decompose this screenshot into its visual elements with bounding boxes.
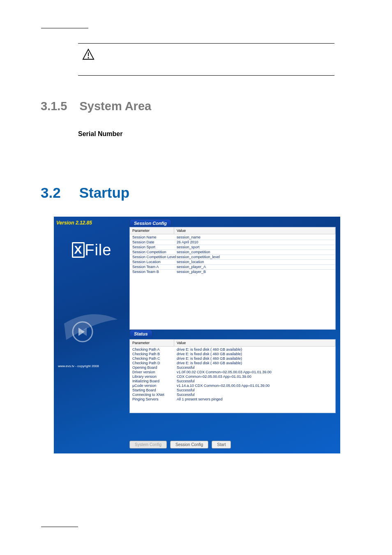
cell-parameter: Session Team A [132, 265, 177, 269]
copyright: www.evs.tv - copyright 2008 [58, 364, 99, 368]
status-table-body: Checking Path Adrive E: is fixed disk ( … [130, 347, 335, 402]
col-parameter: Parameter [130, 340, 174, 346]
logo-text: File [85, 241, 111, 259]
table-row[interactable]: Session Team Bsession_player_B [130, 270, 335, 274]
cell-parameter: Library version [132, 375, 177, 379]
table-row: Checking Path Bdrive E: is fixed disk ( … [130, 352, 335, 356]
serial-number-heading: Serial Number [78, 130, 122, 138]
table-row: Driver versionv1.0F.00.02 CDX Common=02.… [130, 370, 335, 375]
status-tab[interactable]: Status [129, 330, 152, 338]
heading-title: System Area [80, 99, 152, 113]
right-pane: Session Config Parameter Value Session N… [129, 217, 340, 453]
col-value: Value [174, 227, 335, 234]
table-row: Starting BoardSuccessful [130, 388, 335, 393]
table-row: Connecting to XNetSuccessful [130, 393, 335, 397]
table-row: µCode versionv1.14.a.10 CDX Common=02.05… [130, 384, 335, 388]
cell-value: drive E: is fixed disk ( 460 GB availabl… [177, 361, 333, 365]
cell-value: session_sport [177, 245, 333, 250]
start-button[interactable]: Start [212, 441, 231, 449]
table-row[interactable]: Session Namesession_name [130, 235, 335, 240]
table-row: Checking Path Ddrive E: is fixed disk ( … [130, 361, 335, 365]
cell-parameter: µCode version [132, 384, 177, 388]
cell-value: drive E: is fixed disk ( 460 GB availabl… [177, 356, 333, 361]
heading-number: 3.2 [41, 185, 61, 201]
cell-parameter: Session Sport [132, 245, 177, 250]
cell-parameter: Session Location [132, 260, 177, 264]
table-row: Checking Path Adrive E: is fixed disk ( … [130, 347, 335, 352]
app-window: Version 2.12.85 XFile www.evs.tv - copyr… [54, 217, 340, 453]
cell-value: 26 April 2010 [177, 240, 333, 245]
table-row: Library versionCDX Common=02.05.00.03 Ap… [130, 375, 335, 379]
table-row[interactable]: Session Date26 April 2010 [130, 240, 335, 245]
table-row: Initializing BoardSuccessful [130, 379, 335, 384]
cell-value: v1.0F.00.02 CDX Common=02.05.00.03 App=0… [177, 370, 333, 375]
cell-value: CDX Common=02.05.00.03 App=01.01.39.00 [177, 375, 333, 379]
cell-value: Successful [177, 365, 333, 370]
session-table-header: Parameter Value [130, 227, 335, 234]
session-config-panel: Parameter Value Session Namesession_name… [129, 227, 336, 330]
cell-parameter: Checking Path A [132, 347, 177, 352]
cell-parameter: Pinging Servers [132, 397, 177, 402]
heading-number: 3.1.5 [41, 99, 67, 113]
cell-value: session_competition [177, 250, 333, 254]
table-row[interactable]: Session Team Asession_player_A [130, 265, 335, 270]
cell-parameter: Driver version [132, 370, 177, 375]
header-rule-2 [78, 75, 334, 76]
cell-parameter: Session Team B [132, 270, 177, 274]
table-row: Checking Path Cdrive E: is fixed disk ( … [130, 356, 335, 361]
cell-value: All 1 present servers pinged [177, 397, 333, 402]
cell-value: drive E: is fixed disk ( 460 GB availabl… [177, 347, 333, 352]
cell-value: session_location [177, 260, 333, 264]
logo-x-icon: X [72, 242, 85, 258]
heading-title: Startup [79, 185, 130, 201]
cell-parameter: Session Name [132, 235, 177, 240]
cell-parameter: Session Competition [132, 250, 177, 254]
session-table-body: Session Namesession_nameSession Date26 A… [130, 234, 335, 275]
cell-parameter: Checking Path D [132, 361, 177, 365]
cell-value: session_competition_level [177, 255, 333, 259]
system-area-heading: 3.1.5 System Area [41, 99, 151, 113]
cell-parameter: Session Date [132, 240, 177, 245]
cell-parameter: Starting Board [132, 388, 177, 393]
warning-icon [82, 49, 95, 61]
table-row[interactable]: Session Competitionsession_competition [130, 250, 335, 255]
status-table-header: Parameter Value [130, 340, 335, 347]
col-parameter: Parameter [130, 227, 174, 234]
cell-value: session_player_B [177, 270, 333, 274]
button-row: System Config Session Config Start [129, 441, 231, 449]
cell-value: session_player_A [177, 265, 333, 269]
cell-parameter: Initializing Board [132, 379, 177, 384]
table-row[interactable]: Session Sportsession_sport [130, 245, 335, 250]
version-label: Version 2.12.85 [54, 217, 129, 229]
cell-parameter: Checking Path B [132, 352, 177, 356]
footer-rule [41, 527, 78, 527]
cell-parameter: Opening Board [132, 365, 177, 370]
cell-value: v1.14.a.10 CDX Common=02.05.00.03 App=01… [177, 384, 333, 388]
session-config-button[interactable]: Session Config [170, 441, 208, 449]
cell-value: drive E: is fixed disk ( 460 GB availabl… [177, 352, 333, 356]
cell-parameter: Session Competition Level [132, 255, 177, 259]
system-config-button[interactable]: System Config [129, 441, 167, 449]
cell-value: Successful [177, 379, 333, 384]
arrows-icon [70, 319, 95, 344]
cell-parameter: Connecting to XNet [132, 393, 177, 397]
cell-value: Successful [177, 388, 333, 393]
left-pane: Version 2.12.85 XFile www.evs.tv - copyr… [54, 217, 129, 453]
col-value: Value [174, 340, 335, 346]
cell-value: session_name [177, 235, 333, 240]
cell-value: Successful [177, 393, 333, 397]
header-rule-short [41, 28, 88, 28]
session-config-tab[interactable]: Session Config [129, 219, 171, 227]
table-row[interactable]: Session Locationsession_location [130, 260, 335, 265]
logo-area: XFile [54, 241, 129, 344]
cell-parameter: Checking Path C [132, 356, 177, 361]
table-row: Pinging ServersAll 1 present servers pin… [130, 397, 335, 402]
startup-heading: 3.2 Startup [41, 185, 129, 201]
product-logo: XFile [54, 241, 129, 259]
page: 3.1.5 System Area Serial Number 3.2 Star… [0, 0, 392, 555]
table-row[interactable]: Session Competition Levelsession_competi… [130, 255, 335, 260]
status-panel: Parameter Value Checking Path Adrive E: … [129, 339, 336, 413]
svg-point-2 [88, 57, 89, 58]
table-row: Opening BoardSuccessful [130, 365, 335, 370]
header-rule [78, 43, 334, 44]
